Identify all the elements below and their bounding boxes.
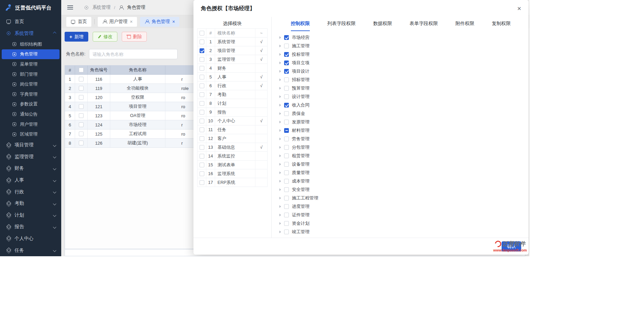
tree-item[interactable]: 租赁管理 <box>278 151 526 160</box>
caret-right-icon[interactable] <box>279 78 281 81</box>
sidebar-subitem[interactable]: 用户管理 <box>2 119 60 129</box>
sidebar-group-item[interactable]: 监理管理 <box>0 151 61 163</box>
row-checkbox[interactable] <box>79 131 84 136</box>
module-checkbox[interactable] <box>200 163 204 167</box>
module-row[interactable]: 5 人事 √ <box>198 73 267 81</box>
tree-checkbox[interactable] <box>284 111 289 116</box>
tree-item[interactable]: 资金计划 <box>278 219 526 228</box>
tree-checkbox[interactable] <box>284 128 289 133</box>
caret-right-icon[interactable] <box>279 36 281 39</box>
tree-checkbox[interactable] <box>284 170 289 175</box>
tree-checkbox[interactable] <box>284 44 289 48</box>
caret-right-icon[interactable] <box>279 171 281 174</box>
tree-item[interactable]: 分包管理 <box>278 143 526 151</box>
module-row[interactable]: 8 计划 <box>198 99 267 108</box>
sidebar-item-system-management[interactable]: 系统管理 <box>0 27 61 39</box>
module-row[interactable]: 2 项目管理 √ <box>198 46 267 55</box>
sidebar-group-item[interactable]: 财务 <box>0 163 61 174</box>
tree-checkbox[interactable] <box>284 204 289 209</box>
select-all-checkbox[interactable] <box>79 68 84 72</box>
tree-item[interactable]: 材料管理 <box>278 126 526 135</box>
sidebar-group-item[interactable]: 报告 <box>0 221 61 233</box>
tree-item[interactable]: 发票管理 <box>278 118 526 126</box>
tree-checkbox[interactable] <box>284 77 289 82</box>
sidebar-group-item[interactable]: 行政 <box>0 186 61 198</box>
tree-item[interactable]: 施工工程管理 <box>278 194 526 202</box>
sidebar-group-item[interactable]: 人事 <box>0 174 61 186</box>
caret-right-icon[interactable] <box>279 205 281 208</box>
tree-item[interactable]: 招标管理 <box>278 75 526 84</box>
permission-tab[interactable]: 控制权限 <box>291 17 310 31</box>
module-checkbox[interactable] <box>200 75 204 79</box>
module-checkbox[interactable] <box>200 119 204 123</box>
module-row[interactable]: 7 考勤 <box>198 90 267 99</box>
tree-item[interactable]: 劳务管理 <box>278 135 526 143</box>
sidebar-subitem[interactable]: 通知公告 <box>2 109 60 119</box>
tree-checkbox[interactable] <box>284 213 289 217</box>
sidebar-item-home[interactable]: 首页 <box>0 16 61 27</box>
tree-checkbox[interactable] <box>284 145 289 150</box>
caret-right-icon[interactable] <box>279 112 281 115</box>
row-checkbox[interactable] <box>79 104 84 109</box>
row-checkbox[interactable] <box>79 141 84 145</box>
permission-tab[interactable]: 数据权限 <box>373 17 392 31</box>
module-row[interactable]: 10 个人中心 √ <box>198 117 267 125</box>
tree-item[interactable]: 项目设计 <box>278 67 526 75</box>
permission-tab[interactable]: 附件权限 <box>455 17 474 31</box>
module-checkbox[interactable] <box>200 154 204 159</box>
permission-tab[interactable]: 列表字段权限 <box>327 17 356 31</box>
tab-role-management[interactable]: 角色管理 × <box>140 17 179 27</box>
module-row[interactable]: 17 ERP系统 <box>198 178 267 187</box>
sidebar-subitem[interactable]: 角色管理 <box>2 49 60 59</box>
breadcrumb-item[interactable]: 系统管理 <box>92 4 111 10</box>
tree-item[interactable]: 设备管理 <box>278 160 526 168</box>
tree-checkbox[interactable] <box>284 196 289 200</box>
caret-right-icon[interactable] <box>279 104 281 106</box>
tree-item[interactable]: 施工管理 <box>278 42 526 50</box>
tree-checkbox[interactable] <box>284 162 289 167</box>
tree-item[interactable]: 设计管理 <box>278 92 526 101</box>
caret-right-icon[interactable] <box>279 154 281 157</box>
caret-right-icon[interactable] <box>279 146 281 149</box>
caret-right-icon[interactable] <box>279 95 281 98</box>
module-row[interactable]: 14 系统监控 <box>198 152 267 161</box>
tree-checkbox[interactable] <box>284 153 289 158</box>
module-checkbox[interactable] <box>200 180 204 185</box>
module-checkbox[interactable] <box>200 171 204 176</box>
tree-checkbox[interactable] <box>284 103 289 107</box>
close-tab-icon[interactable]: × <box>172 19 175 24</box>
caret-right-icon[interactable] <box>279 62 281 64</box>
close-tab-icon[interactable]: × <box>130 19 133 24</box>
permission-tab[interactable]: 复制权限 <box>492 17 511 31</box>
module-checkbox[interactable] <box>200 48 204 53</box>
delete-button[interactable]: 删除 <box>122 32 147 42</box>
caret-right-icon[interactable] <box>279 214 281 216</box>
module-checkbox[interactable] <box>200 83 204 88</box>
tree-item[interactable]: 预算管理 <box>278 84 526 92</box>
tree-checkbox[interactable] <box>284 137 289 141</box>
sidebar-subitem[interactable]: 岗位管理 <box>2 79 60 89</box>
module-row[interactable]: 6 行政 √ <box>198 81 267 90</box>
sidebar-group-item[interactable]: 计划 <box>0 210 61 221</box>
tree-item[interactable]: 进度管理 <box>278 202 526 211</box>
tree-item[interactable]: 成本管理 <box>278 177 526 185</box>
tree-checkbox[interactable] <box>284 52 289 57</box>
module-row[interactable]: 1 系统管理 √ <box>198 38 267 46</box>
module-row[interactable]: 11 任务 <box>198 125 267 134</box>
tree-checkbox[interactable] <box>284 120 289 124</box>
caret-right-icon[interactable] <box>279 45 281 47</box>
row-checkbox[interactable] <box>79 113 84 118</box>
tree-item[interactable]: 竣工管理 <box>278 228 526 236</box>
tree-item[interactable]: 安全管理 <box>278 185 526 194</box>
module-checkbox[interactable] <box>200 145 204 150</box>
caret-right-icon[interactable] <box>279 138 281 140</box>
tree-checkbox[interactable] <box>284 69 289 74</box>
caret-right-icon[interactable] <box>279 87 281 90</box>
module-row[interactable]: 4 财务 <box>198 64 267 73</box>
tree-checkbox[interactable] <box>284 35 289 40</box>
role-name-input[interactable] <box>89 49 178 59</box>
sidebar-subitem[interactable]: 菜单管理 <box>2 59 60 69</box>
sidebar-group-item[interactable]: 项目管理 <box>0 139 61 151</box>
caret-right-icon[interactable] <box>279 180 281 183</box>
caret-right-icon[interactable] <box>279 188 281 191</box>
